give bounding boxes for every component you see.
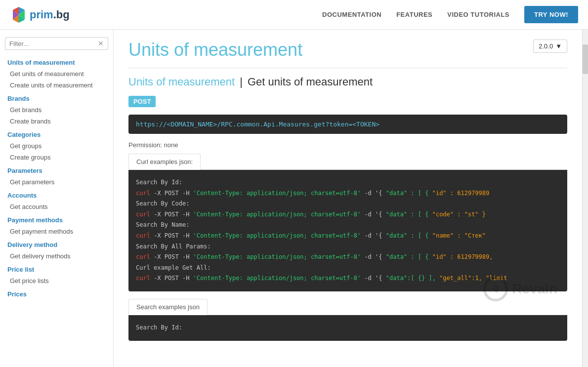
method-badge: POST (128, 96, 156, 107)
sidebar: ✕ Units of measurement Get units of meas… (0, 30, 114, 367)
sidebar-item-create-units[interactable]: Create units of measurement (0, 80, 113, 91)
content-area: 2.0.0 ▼ Units of measurement Units of me… (114, 30, 582, 367)
clear-filter-icon[interactable]: ✕ (98, 40, 104, 47)
logo-text: prim.bg (30, 8, 70, 21)
sidebar-section-parameters[interactable]: Parameters (0, 163, 113, 176)
section-title-sep: | (240, 76, 243, 88)
header-nav: DOCUMENTATION FEATURES VIDEO TUTORIALS T… (322, 6, 578, 23)
nav-documentation[interactable]: DOCUMENTATION (322, 11, 381, 18)
header: prim.bg DOCUMENTATION FEATURES VIDEO TUT… (0, 0, 588, 30)
page-title: Units of measurement (128, 40, 567, 68)
sidebar-section-payment[interactable]: Payment methods (0, 212, 113, 226)
search-code-label: Search By Id: (136, 324, 182, 331)
version-chevron: ▼ (555, 42, 562, 50)
logo-icon (10, 6, 28, 24)
version-badge[interactable]: 2.0.0 ▼ (533, 40, 567, 53)
sidebar-section-prices[interactable]: Prices (0, 286, 113, 300)
search-examples-tab[interactable]: Search examples json (128, 299, 208, 315)
main-layout: ✕ Units of measurement Get units of meas… (0, 30, 588, 367)
nav-features[interactable]: FEATURES (396, 11, 432, 18)
curl-code-box: Search By Id: curl -X POST -H 'Content-T… (128, 170, 567, 291)
sidebar-section-delivery[interactable]: Delivery method (0, 237, 113, 250)
filter-input[interactable] (9, 40, 95, 47)
nav-video-tutorials[interactable]: VIDEO TUTORIALS (447, 11, 509, 18)
search-tab-bar: Search examples json (128, 299, 567, 315)
url-box: https://<DOMAIN_NAME>/RPC.common.Api.Mea… (128, 115, 567, 134)
section-title-link: Units of measurement (128, 76, 235, 88)
permission-text: Permission: none (128, 141, 567, 149)
curl-tab-bar: Curl examples json: (128, 154, 567, 170)
sidebar-item-create-groups[interactable]: Create groups (0, 152, 113, 163)
sidebar-item-get-payment-methods[interactable]: Get payment methods (0, 226, 113, 237)
search-code-box: Search By Id: (128, 315, 567, 341)
sidebar-section-price-list[interactable]: Price list (0, 262, 113, 275)
section-title: Units of measurement | Get units of meas… (128, 76, 567, 88)
sidebar-section-accounts[interactable]: Accounts (0, 188, 113, 201)
sidebar-item-get-accounts[interactable]: Get accounts (0, 201, 113, 212)
sidebar-item-get-groups[interactable]: Get groups (0, 140, 113, 152)
sidebar-item-get-brands[interactable]: Get brands (0, 104, 113, 116)
sidebar-item-create-brands[interactable]: Create brands (0, 116, 113, 127)
logo: prim.bg (10, 6, 70, 24)
sidebar-item-get-units[interactable]: Get units of measurement (0, 68, 113, 80)
sidebar-item-get-price-lists[interactable]: Get price lists (0, 275, 113, 286)
sidebar-item-get-parameters[interactable]: Get parameters (0, 176, 113, 188)
sidebar-section-units[interactable]: Units of measurement (0, 55, 113, 68)
try-now-button[interactable]: TRY NOW! (524, 6, 578, 23)
right-scrollbar (582, 30, 588, 367)
section-title-rest: Get units of measurement (248, 76, 373, 88)
curl-tab[interactable]: Curl examples json: (128, 154, 201, 170)
sidebar-section-categories[interactable]: Categories (0, 127, 113, 140)
scrollbar-thumb (583, 44, 588, 74)
sidebar-section-brands[interactable]: Brands (0, 91, 113, 104)
version-text: 2.0.0 (539, 42, 553, 50)
sidebar-item-get-delivery-methods[interactable]: Get delivery methods (0, 250, 113, 262)
sidebar-filter-container: ✕ (5, 37, 108, 50)
